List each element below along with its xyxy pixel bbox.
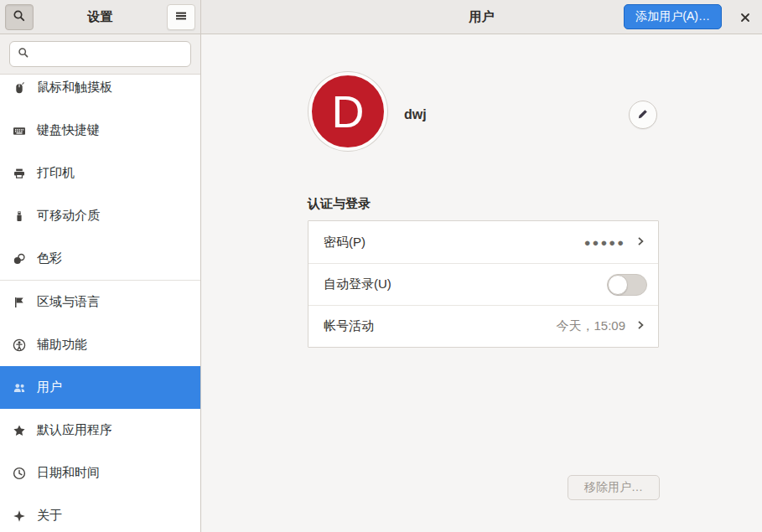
auto-login-toggle[interactable] (607, 274, 647, 296)
remove-user-button[interactable]: 移除用户… (568, 475, 660, 500)
auth-section-title: 认证与登录 (308, 196, 371, 212)
star-icon (13, 424, 26, 437)
close-icon (740, 11, 750, 25)
sidebar-item-color[interactable]: 色彩 (0, 237, 200, 280)
add-user-button[interactable]: 添加用户(A)… (624, 4, 722, 29)
sidebar-item-removable-media[interactable]: 可移动介质 (0, 194, 200, 237)
sidebar-item-label: 关于 (37, 508, 62, 524)
sidebar-item-label: 区域与语言 (37, 294, 100, 310)
sidebar-item-accessibility[interactable]: 辅助功能 (0, 323, 200, 366)
menu-button[interactable] (167, 4, 195, 30)
settings-window: 设置 鼠标和触摸板 (0, 0, 762, 532)
users-content: D dwj 认证与登录 密码(P) ●●●●● (201, 34, 762, 532)
edit-user-button[interactable] (629, 101, 657, 129)
sidebar-item-printers[interactable]: 打印机 (0, 152, 200, 194)
account-activity-label: 帐号活动 (324, 318, 556, 334)
avatar-letter: D (332, 89, 365, 134)
account-activity-row[interactable]: 帐号活动 今天，15:09 (308, 305, 658, 347)
sidebar-item-label: 键盘快捷键 (37, 122, 100, 138)
search-toggle-button[interactable] (5, 4, 34, 30)
printer-icon (13, 167, 26, 180)
password-dots: ●●●●● (584, 236, 625, 249)
main-headerbar: 用户 添加用户(A)… (201, 0, 762, 34)
sidebar-item-label: 日期和时间 (37, 465, 100, 481)
color-icon (13, 252, 26, 266)
mouse-icon (13, 81, 26, 95)
clock-icon (13, 467, 26, 480)
sidebar-item-label: 用户 (37, 380, 62, 395)
accessibility-icon (13, 338, 26, 352)
sidebar-item-keyboard[interactable]: 键盘快捷键 (0, 109, 200, 152)
auto-login-row: 自动登录(U) (308, 263, 658, 305)
sidebar-item-label: 辅助功能 (37, 337, 87, 353)
auth-list: 密码(P) ●●●●● 自动登录(U) 帐号活动 (308, 220, 659, 348)
password-label: 密码(P) (324, 235, 584, 251)
sidebar-item-default-apps[interactable]: 默认应用程序 (0, 409, 200, 452)
hamburger-icon (175, 10, 187, 24)
sidebar-list: 鼠标和触摸板 键盘快捷键 打印机 (0, 75, 200, 532)
account-activity-value: 今天，15:09 (556, 318, 625, 334)
user-name: dwj (404, 107, 427, 122)
sidebar: 设置 鼠标和触摸板 (0, 0, 201, 532)
keyboard-icon (13, 124, 26, 137)
sidebar-item-mouse[interactable]: 鼠标和触摸板 (0, 75, 200, 109)
sidebar-headerbar: 设置 (0, 0, 200, 34)
avatar[interactable]: D (308, 72, 387, 151)
search-input[interactable] (35, 48, 187, 61)
main-panel: 用户 添加用户(A)… D dwj 认证与登录 密码(P) (201, 0, 762, 532)
usb-icon (13, 209, 26, 223)
sidebar-item-label: 打印机 (37, 165, 75, 181)
sidebar-item-label: 鼠标和触摸板 (37, 80, 112, 96)
chevron-right-icon (634, 235, 647, 251)
users-icon (13, 381, 26, 395)
search-entry[interactable] (9, 41, 191, 67)
pencil-icon (637, 108, 649, 122)
auto-login-label: 自动登录(U) (324, 276, 607, 292)
sidebar-item-about[interactable]: 关于 (0, 494, 200, 532)
sidebar-item-label: 色彩 (37, 251, 62, 266)
sidebar-item-label: 默认应用程序 (37, 422, 112, 438)
sidebar-item-region-language[interactable]: 区域与语言 (0, 281, 200, 323)
sidebar-item-users[interactable]: 用户 (0, 366, 200, 409)
sidebar-item-date-time[interactable]: 日期和时间 (0, 452, 200, 494)
window-close-button[interactable] (738, 10, 753, 25)
search-icon (13, 9, 26, 25)
chevron-right-icon (634, 318, 647, 334)
sparkle-icon (13, 509, 26, 523)
search-icon (18, 47, 29, 61)
search-bar (0, 34, 200, 75)
sidebar-item-label: 可移动介质 (37, 208, 100, 224)
flag-icon (13, 296, 26, 309)
toggle-knob (608, 275, 628, 295)
password-row[interactable]: 密码(P) ●●●●● (308, 221, 658, 263)
panel-title: 用户 (469, 9, 495, 25)
